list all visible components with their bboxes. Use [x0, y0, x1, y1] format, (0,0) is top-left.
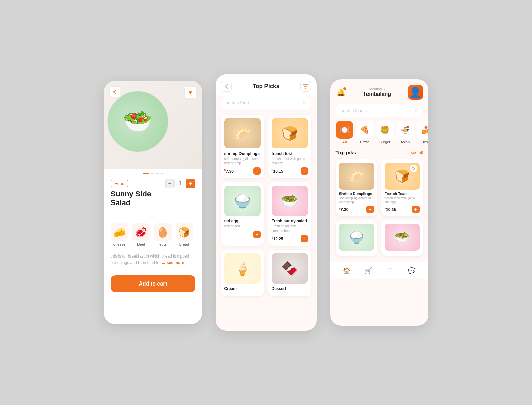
nav-cart-button[interactable]: 🛒 — [363, 266, 373, 275]
ingredient-bread: 🍞 Bread — [176, 223, 193, 246]
pizza-icon: 🍕 — [356, 121, 374, 139]
egg-name: ted egg — [224, 219, 261, 223]
top-picks-screen: Top Picks search food... ○ 🥟 shrimp Dump… — [216, 74, 317, 331]
toast-name: french tost — [272, 151, 308, 156]
top-picks-title: Top Picks — [253, 83, 279, 90]
home-toast-price: $10.15 — [385, 207, 396, 212]
home-dumpling-price-row: $7.30 + — [339, 206, 374, 213]
dot-inactive-2 — [156, 173, 159, 174]
back-button-2[interactable] — [221, 81, 232, 92]
location-name: Tembalang — [363, 91, 391, 97]
bread-icon: 🍞 — [176, 223, 193, 241]
food-card-cream: 🍦 Cream — [221, 250, 264, 296]
home-rice-image: 🍚 — [339, 224, 374, 251]
home-add-toast-button[interactable]: + — [412, 206, 420, 213]
food-card-salad: 🥗 Fresh sunny salad Fresh salad with smo… — [268, 182, 311, 246]
salad-name: Fresh sunny salad — [272, 219, 308, 223]
home-dumpling-desc: Soft dumpling dismaum With Shmp — [339, 196, 374, 204]
pizza-label: Pizza — [360, 140, 369, 144]
category-asian[interactable]: 🍜 Asian — [397, 121, 414, 144]
food-description: this is for breakfast in which breed is … — [111, 253, 195, 266]
chevron-down-icon[interactable]: ▾ — [383, 87, 385, 91]
cream-image: 🍦 — [224, 253, 261, 284]
quantity-increase-button[interactable]: + — [186, 179, 195, 188]
all-label: All — [342, 140, 347, 144]
category-burger[interactable]: 🍔 Burger — [376, 121, 394, 144]
home-header: 🔔 location ▾ Tembalang 👤 — [330, 79, 428, 102]
favorite-button[interactable]: ♥ — [184, 86, 197, 99]
dot-inactive-3 — [161, 173, 163, 174]
home-dumpling-name: Shrimp Dumplings — [339, 192, 374, 196]
bottom-navigation: 🏠 🛒 ♡ 💬 — [330, 262, 428, 279]
add-salad-button[interactable]: + — [301, 235, 308, 242]
category-pizza[interactable]: 🍕 Pizza — [356, 121, 374, 144]
add-egg-button[interactable]: + — [253, 231, 261, 238]
home-icon: 🏠 — [343, 267, 350, 274]
heart-icon: ♥ — [189, 89, 192, 96]
home-dumpling-price: $7.30 — [339, 207, 349, 212]
food-card-dumplings: 🥟 shrimp Dumplings soft dumpling dismsum… — [221, 115, 264, 178]
home-toast-desc: french toast with garlic and egg — [385, 196, 420, 204]
home-card-toast: 🍞 ♡ French Toast french toast with garli… — [381, 159, 423, 216]
dumpling-price: $7.30 — [224, 168, 234, 174]
dumpling-image: 🥟 — [224, 118, 261, 148]
home-toast-price-row: $10.15 + — [385, 206, 420, 213]
chat-icon: 💬 — [408, 267, 415, 274]
nav-home-button[interactable]: 🏠 — [342, 266, 351, 275]
dumpling-name: shrimp Dumplings — [224, 151, 261, 156]
add-to-cart-button[interactable]: Add to cart — [111, 275, 195, 292]
add-dumpling-button[interactable]: + — [253, 167, 261, 175]
add-toast-button[interactable]: + — [301, 167, 308, 175]
category-all[interactable]: 🍽️ All — [336, 121, 353, 144]
top-piks-title: Top piks — [336, 150, 356, 155]
location-info: location ▾ Tembalang — [363, 87, 391, 97]
home-card-dumplings: 🥟 Shrimp Dumplings Soft dumpling dismaum… — [336, 159, 377, 216]
dessert-image: 🍫 — [272, 253, 308, 284]
food-grid: 🥟 shrimp Dumplings soft dumpling dismsum… — [216, 115, 317, 302]
food-plate-image: 🥗 — [107, 91, 168, 152]
category-dessert[interactable]: 🍰 Dess — [417, 121, 428, 144]
heart-like-icon[interactable]: ♡ — [410, 165, 417, 172]
ingredient-egg: 🥚 egg — [154, 223, 172, 246]
avatar: 👤 — [408, 85, 423, 100]
all-category-icon: 🍽️ — [336, 121, 353, 139]
home-toast-name: French Toast — [385, 192, 420, 196]
nav-favorites-button[interactable]: ♡ — [385, 266, 395, 275]
beef-icon: 🥩 — [132, 223, 150, 241]
salad-image: 🥗 — [272, 186, 308, 216]
dumpling-desc: soft dumpling dismsum with shrimp — [224, 157, 261, 165]
see-more-link[interactable]: ... see more — [162, 260, 184, 265]
food-card-dessert: 🍫 Dessert — [268, 250, 311, 296]
ingredient-cheese: 🧀 cheese — [111, 223, 128, 246]
back-button[interactable] — [109, 86, 120, 97]
home-add-dumpling-button[interactable]: + — [366, 206, 374, 213]
burger-label: Burger — [379, 140, 390, 144]
toast-price-row: $10.15 + — [272, 167, 308, 175]
quantity-decrease-button[interactable]: − — [165, 179, 175, 188]
notification-button[interactable]: 🔔 — [336, 87, 347, 98]
toast-price: $10.15 — [272, 168, 283, 174]
egg-label: egg — [159, 242, 166, 246]
salad-price: $12.25 — [272, 236, 283, 241]
home-salad2-image: 🥗 — [385, 224, 420, 251]
food-category: Food — [111, 180, 128, 187]
heart-nav-icon: ♡ — [387, 267, 393, 274]
search-bar[interactable]: search food... ○ — [221, 96, 311, 109]
see-all-button[interactable]: see all — [411, 150, 423, 155]
filter-button[interactable] — [300, 81, 311, 92]
notification-dot — [343, 87, 346, 90]
quantity-control: − 1 + — [165, 179, 195, 188]
beef-label: Beef — [137, 242, 145, 246]
quantity-display: 1 — [179, 181, 182, 187]
avatar-image: 👤 — [409, 87, 421, 98]
food-detail-screen: ♥ 🥗 Food Sunny Side Salad − 1 + — [104, 81, 202, 324]
home-search-bar[interactable]: search food... ○ — [336, 104, 423, 117]
screens-container: ♥ 🥗 Food Sunny Side Salad − 1 + — [91, 54, 442, 351]
home-screen: 🔔 location ▾ Tembalang 👤 search food... … — [330, 79, 428, 326]
dot-active — [143, 173, 149, 174]
asian-label: Asian — [401, 140, 410, 144]
hero-image: ♥ 🥗 — [104, 81, 202, 169]
nav-chat-button[interactable]: 💬 — [407, 266, 416, 275]
search-icon-home: ○ — [414, 107, 418, 113]
dessert-cat-label: Dess — [421, 140, 428, 144]
